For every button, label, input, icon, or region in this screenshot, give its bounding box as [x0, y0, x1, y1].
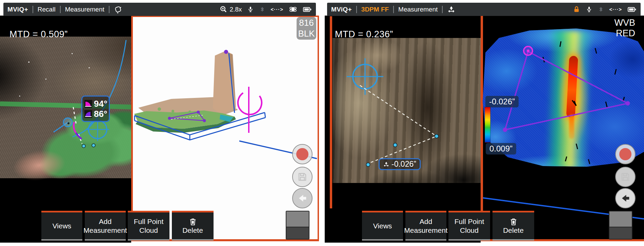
live-image-view: [0, 16, 131, 243]
file-id-badge: 816 BLK: [297, 17, 316, 40]
status-cluster: <···>: [573, 5, 637, 14]
titlebar: MViQ+ Recall Measurement 2.8x: [3, 3, 316, 16]
arrow-left-icon: [297, 193, 307, 203]
divider: [393, 6, 394, 13]
record-dot-icon: [296, 148, 308, 160]
save-button[interactable]: [615, 167, 636, 187]
views-button[interactable]: Views: [41, 211, 82, 239]
badge-line: WVB: [614, 18, 635, 28]
badge-line: 816: [299, 18, 314, 28]
mode-badge: WVB RED: [614, 18, 635, 39]
back-button[interactable]: [615, 188, 636, 208]
titlebar: MViQ+ 3DPM FF Measurement: [327, 3, 641, 16]
zoom-level: 2.8x: [230, 6, 242, 13]
data-link-icon: <···>: [270, 6, 283, 12]
delete-button[interactable]: Delete: [172, 211, 214, 239]
button-label: Views: [53, 222, 72, 230]
divider: [442, 6, 443, 13]
angle-purple-icon: [84, 110, 92, 118]
titlebar-menus: MViQ+ Recall Measurement: [7, 5, 123, 14]
scale-max-label: -0.026”: [485, 96, 519, 107]
angle-row: 86°: [84, 109, 107, 118]
magnifier-zoom-icon: [220, 5, 227, 13]
view-split-indicator[interactable]: [286, 211, 309, 240]
divider: [356, 6, 357, 13]
split-top: [286, 211, 309, 227]
button-label: Measurement: [404, 226, 447, 235]
depth-value: -0.026”: [391, 160, 416, 169]
menu-measurement[interactable]: Measurement: [398, 6, 438, 13]
record-button[interactable]: [292, 144, 313, 164]
mviq-recall-screen: MViQ+ Recall Measurement 2.8x: [0, 0, 321, 246]
gyro-orientation-icon: [289, 5, 297, 14]
battery-icon: [303, 6, 312, 13]
menu-measurement[interactable]: Measurement: [65, 6, 104, 13]
trash-icon: [509, 217, 518, 226]
button-label: Add: [99, 217, 112, 226]
bluetooth-icon: [598, 6, 604, 13]
button-label: Delete: [503, 226, 524, 235]
add-measurement-button[interactable]: Add Measurement: [85, 211, 126, 239]
brand-menu[interactable]: MViQ+: [331, 6, 352, 13]
zoom-control[interactable]: 2.8x: [220, 5, 242, 13]
scale-min-label: 0.009”: [486, 143, 516, 155]
record-button[interactable]: [615, 144, 636, 164]
dual-screenshot-stage: MViQ+ Recall Measurement 2.8x: [0, 0, 644, 246]
active-view-border: [330, 16, 332, 208]
menu-3dpm-ff[interactable]: 3DPM FF: [361, 6, 389, 13]
angle-measurement-label[interactable]: 94° 86°: [81, 96, 110, 122]
badge-line: BLK: [298, 28, 315, 39]
mtd-readout: MTD = 0.236”: [335, 29, 393, 40]
angle-value: 86°: [94, 109, 107, 118]
button-label: Measurement: [83, 226, 127, 235]
split-top: [609, 211, 632, 227]
button-label: Full Point: [455, 217, 484, 226]
microphone-icon: [586, 6, 592, 13]
button-label: Cloud: [139, 226, 158, 235]
record-dot-icon: [619, 148, 631, 160]
stamp-annotation-icon[interactable]: [114, 5, 123, 14]
floppy-save-icon: [297, 171, 308, 182]
arrow-left-icon: [620, 193, 630, 203]
angle-magenta-icon: [84, 100, 92, 108]
add-measurement-button[interactable]: Add Measurement: [405, 211, 446, 239]
mtd-readout: MTD = 0.509”: [9, 29, 68, 40]
battery-icon: [627, 6, 637, 13]
view-split-indicator[interactable]: [609, 211, 632, 240]
badge-line: RED: [614, 28, 635, 39]
button-label: Full Point: [134, 217, 164, 226]
full-point-cloud-button[interactable]: Full Point Cloud: [448, 211, 490, 239]
floppy-save-icon: [620, 171, 631, 182]
depth-crack-tail: [569, 115, 574, 139]
back-button[interactable]: [292, 188, 313, 208]
save-button[interactable]: [292, 167, 313, 187]
button-label: Cloud: [460, 226, 479, 235]
trash-icon: [188, 217, 197, 226]
button-label: Add: [420, 217, 432, 226]
brand-menu[interactable]: MViQ+: [7, 6, 28, 13]
depth-plane-cursor-icon[interactable]: [447, 5, 456, 14]
delete-button[interactable]: Delete: [492, 211, 534, 239]
screen-lock-icon: [573, 5, 580, 14]
divider: [109, 6, 109, 13]
live-image-view: [325, 16, 481, 243]
depth-color-scale: [485, 107, 490, 143]
data-link-icon: <···>: [609, 6, 622, 12]
button-label: Delete: [182, 226, 203, 235]
divider: [60, 6, 61, 13]
bluetooth-icon: [259, 6, 265, 13]
depth-measurement-label[interactable]: -0.026”: [379, 158, 421, 170]
angle-row: 94°: [84, 99, 107, 108]
status-cluster: 2.8x <···>: [220, 5, 312, 14]
microphone-icon: [247, 6, 254, 13]
split-bottom: [609, 227, 632, 239]
menu-recall[interactable]: Recall: [38, 6, 56, 13]
titlebar-menus: MViQ+ 3DPM FF Measurement: [331, 5, 456, 14]
mviq-3dpm-screen: MViQ+ 3DPM FF Measurement: [323, 0, 644, 246]
depth-plane-icon: [383, 161, 389, 167]
full-point-cloud-button[interactable]: Full Point Cloud: [128, 211, 169, 239]
split-bottom: [286, 227, 309, 239]
point-cloud-view[interactable]: [131, 16, 319, 241]
angle-value: 94°: [94, 99, 107, 108]
views-button[interactable]: Views: [362, 211, 403, 239]
